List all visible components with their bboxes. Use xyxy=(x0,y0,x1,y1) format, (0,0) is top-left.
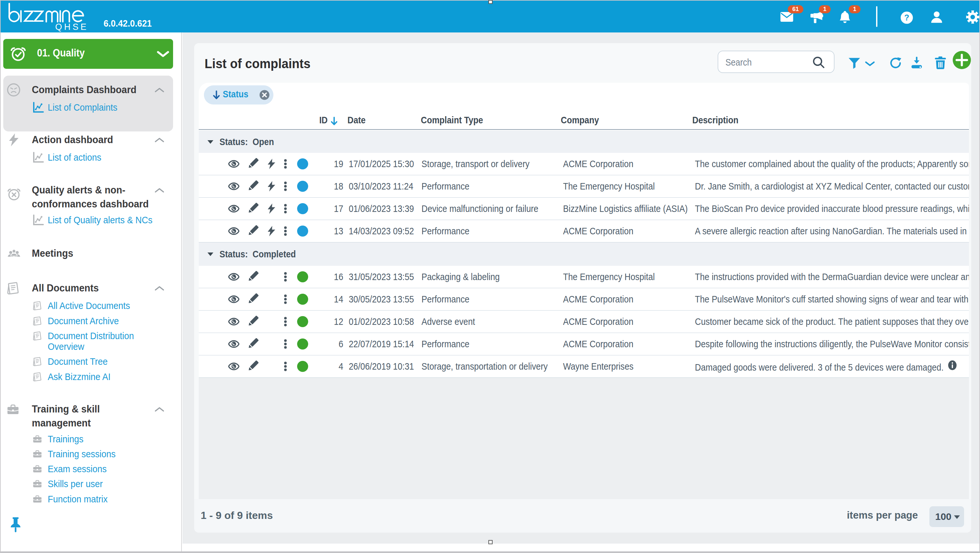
svg-text:?: ? xyxy=(904,13,909,22)
